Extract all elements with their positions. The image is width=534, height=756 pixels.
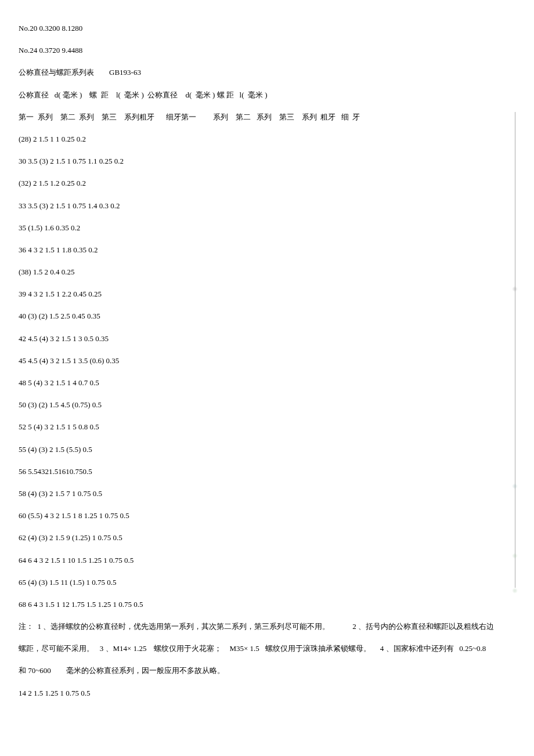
scan-artifact (512, 588, 518, 594)
data-line: 42 4.5 (4) 3 2 1.5 1 3 0.5 0.35 (19, 334, 508, 344)
scan-artifact (512, 483, 518, 489)
data-line: 50 (3) (2) 1.5 4.5 (0.75) 0.5 (19, 400, 508, 410)
data-line: 33 3.5 (3) 2 1.5 1 0.75 1.4 0.3 0.2 (19, 201, 508, 211)
pre-section: No.20 0.3200 8.1280 No.24 0.3720 9.4488 … (19, 23, 515, 100)
data-line: 45 4.5 (4) 3 2 1.5 1 3.5 (0.6) 0.35 (19, 356, 508, 366)
data-line: (38) 1.5 2 0.4 0.25 (19, 267, 508, 277)
data-line: 35 (1.5) 1.6 0.35 0.2 (19, 223, 508, 233)
scan-artifact (512, 286, 518, 292)
data-line: (32) 2 1.5 1.2 0.25 0.2 (19, 178, 508, 189)
data-line: 52 5 (4) 3 2 1.5 1 5 0.8 0.5 (19, 422, 508, 432)
data-line: 60 (5.5) 4 3 2 1.5 1 8 1.25 1 0.75 0.5 (19, 511, 508, 521)
data-line: 55 (4) (3) 2 1.5 (5.5) 0.5 (19, 444, 508, 455)
table-title-line: 公称直径与螺距系列表 GB193-63 (19, 67, 515, 78)
data-line: 14 2 1.5 1.25 1 0.75 0.5 (19, 688, 515, 699)
data-line: 39 4 3 2 1.5 1 2.2 0.45 0.25 (19, 289, 508, 299)
data-line: 68 6 4 3 1.5 1 12 1.75 1.5 1.25 1 0.75 0… (19, 599, 515, 610)
note-line: 螺距，尽可能不采用。 3 、M14× 1.25 螺纹仅用于火花塞； M35× 1… (19, 643, 515, 654)
data-line: 30 3.5 (3) 2 1.5 1 0.75 1.1 0.25 0.2 (19, 156, 508, 167)
post-section: 68 6 4 3 1.5 1 12 1.75 1.5 1.25 1 0.75 0… (19, 599, 515, 699)
data-line: 48 5 (4) 3 2 1.5 1 4 0.7 0.5 (19, 378, 508, 388)
table-subheader-line: 第一 系列 第二 系列 第三 系列粗牙 细牙第一 系列 第二 系列 第三 系列 … (19, 112, 508, 122)
data-line: 58 (4) (3) 2 1.5 7 1 0.75 0.5 (19, 489, 508, 499)
text-line: No.20 0.3200 8.1280 (19, 23, 515, 34)
data-line: 40 (3) (2) 1.5 2.5 0.45 0.35 (19, 311, 508, 321)
data-line: 56 5.54321.51610.750.5 (19, 466, 508, 477)
data-line: (28) 2 1.5 1 1 0.25 0.2 (19, 134, 508, 144)
note-line: 和 70~600 毫米的公称直径系列，因一般应用不多故从略。 (19, 665, 515, 676)
data-line: 36 4 3 2 1.5 1 1.8 0.35 0.2 (19, 245, 508, 255)
data-line: 65 (4) (3) 1.5 11 (1.5) 1 0.75 0.5 (19, 577, 508, 588)
boxed-section-wrapper: 第一 系列 第二 系列 第三 系列粗牙 细牙第一 系列 第二 系列 第三 系列 … (19, 112, 515, 588)
scan-artifact (512, 553, 518, 559)
table-header-line: 公称直径 d( 毫米 ) 螺 距 l( 毫米 ) 公称直径 d( 毫米 ) 螺 … (19, 90, 515, 100)
text-line: No.24 0.3720 9.4488 (19, 45, 515, 56)
boxed-section: 第一 系列 第二 系列 第三 系列粗牙 细牙第一 系列 第二 系列 第三 系列 … (19, 112, 515, 588)
note-line: 注： 1 、选择螺纹的公称直径时，优先选用第一系列，其次第二系列，第三系列尽可能… (19, 621, 515, 632)
data-line: 64 6 4 3 2 1.5 1 10 1.5 1.25 1 0.75 0.5 (19, 555, 508, 566)
data-line: 62 (4) (3) 2 1.5 9 (1.25) 1 0.75 0.5 (19, 533, 508, 543)
